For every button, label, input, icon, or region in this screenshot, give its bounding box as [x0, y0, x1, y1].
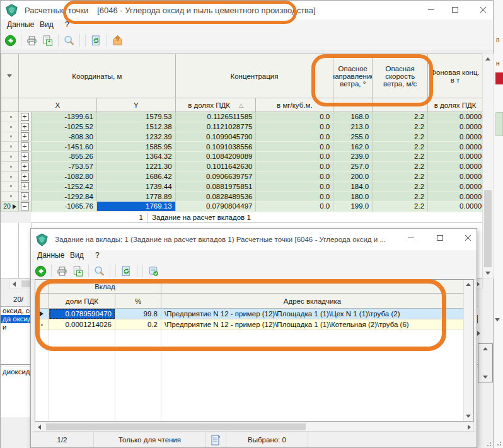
sub-vertical-scrollbar[interactable] [463, 280, 473, 421]
expand-cell[interactable] [19, 162, 32, 172]
expand-icon[interactable] [21, 142, 29, 151]
contribution-row[interactable]: 0.00012140260.2\Предприятие N 12 - приме… [35, 319, 464, 330]
main-vscroll-thumb[interactable] [484, 190, 492, 267]
background-scroll-down-icon[interactable] [495, 318, 500, 321]
sub-horizontal-scrollbar[interactable] [35, 422, 474, 432]
print-icon[interactable] [54, 263, 70, 279]
expand-cell[interactable] [19, 142, 32, 152]
background-resize-grip[interactable] [494, 439, 502, 446]
menu-data[interactable]: Данные [7, 20, 34, 29]
cell-y[interactable]: 1232.39 [97, 132, 176, 142]
cell-y[interactable]: 1512.38 [97, 122, 176, 132]
expand-cell[interactable] [19, 192, 32, 202]
export-icon[interactable] [70, 263, 86, 279]
cell-y[interactable]: 1579.53 [97, 112, 176, 122]
calc-point-row[interactable]: -1025.521512.380.11210287750.0213.02.20.… [1, 122, 483, 132]
close-button[interactable] [458, 230, 477, 245]
header-pdk-fraction[interactable]: доли ПДК [49, 294, 115, 309]
pane-scroll-right-icon[interactable] [477, 331, 480, 336]
export-icon[interactable] [40, 33, 55, 48]
expand-cell[interactable] [19, 112, 32, 122]
sub-hscroll-thumb[interactable] [46, 423, 306, 430]
header-wind-speed[interactable]: Опасная скорость ветра, м/с [373, 54, 428, 98]
header-concentration[interactable]: Концентрация [176, 54, 334, 98]
minimize-button[interactable] [422, 2, 441, 17]
calc-point-row[interactable]: -855.261364.320.10842090890.0239.02.20.0… [1, 152, 483, 162]
header-x[interactable]: X [19, 98, 97, 112]
expand-icon[interactable] [21, 182, 29, 190]
main-titlebar[interactable]: Расчетные точки [6046 - Углерода оксид и… [1, 1, 493, 20]
expand-icon[interactable] [21, 152, 29, 161]
expand-cell[interactable] [19, 182, 32, 192]
calc-point-row[interactable]: -1252.421739.440.08819758510.0184.02.20.… [1, 182, 483, 192]
expand-cell[interactable] [19, 172, 32, 182]
back-icon[interactable] [33, 263, 49, 279]
back-icon[interactable] [3, 33, 18, 48]
header-bg-pdk-fraction[interactable]: в долях ПДК [428, 98, 483, 112]
scroll-left-icon[interactable] [13, 282, 16, 287]
scroll-up-icon[interactable] [485, 57, 490, 60]
main-resize-grip[interactable] [484, 439, 492, 447]
header-pdk-fraction[interactable]: в долях ПДК△ [176, 98, 257, 112]
calc-point-row[interactable]: -1292.841778.890.08284895360.0180.02.20.… [1, 192, 483, 202]
contribution-row[interactable]: 0.078959047099.8\Предприятие N 12 - прим… [35, 309, 464, 319]
sub-titlebar[interactable]: Задание на вклады: 1 (Задание на расчет … [31, 229, 477, 251]
menu-help[interactable]: ? [65, 20, 69, 29]
expand-cell[interactable] [19, 132, 32, 142]
expand-icon[interactable] [21, 113, 29, 121]
menu-view[interactable]: Вид [70, 251, 84, 260]
expand-icon[interactable] [21, 132, 29, 141]
detail-row[interactable]: 1 Задание на расчет вкладов 1 [31, 212, 483, 223]
expand-cell[interactable] [19, 152, 32, 162]
scroll-down-icon[interactable] [466, 415, 471, 418]
table-corner-cell[interactable] [1, 54, 19, 98]
scroll-down-icon[interactable] [485, 272, 490, 275]
upload-icon[interactable] [110, 33, 125, 48]
pane-scroll-down-icon[interactable] [483, 376, 488, 379]
scroll-left-icon[interactable] [38, 425, 41, 430]
cell-y[interactable]: 1769.13 [97, 202, 176, 212]
header-contribution[interactable]: Вклад [49, 280, 161, 294]
maximize-button[interactable] [431, 230, 449, 245]
cell-pdk-fraction[interactable]: 0.0001214026 [49, 319, 115, 330]
cell-y[interactable]: 1364.32 [97, 152, 176, 162]
cell-y[interactable]: 1739.44 [97, 182, 176, 192]
cell-y[interactable]: 1585.95 [97, 142, 176, 152]
cell-y[interactable]: 1686.42 [97, 172, 176, 182]
header-background-conc[interactable]: Фоновая конц. в т [428, 54, 483, 98]
minimize-button[interactable] [402, 230, 420, 245]
pane-scroll-up-icon[interactable] [483, 347, 488, 350]
expand-icon[interactable] [21, 192, 29, 200]
expand-icon[interactable] [21, 163, 29, 171]
close-button[interactable] [473, 2, 492, 17]
header-address[interactable]: Адрес вкладчика [161, 294, 464, 309]
expand-icon[interactable] [21, 173, 29, 181]
calc-point-row[interactable]: -1451.601585.950.10910385560.0162.02.20.… [1, 142, 483, 152]
header-wind-direction[interactable]: Опасное направление ветра, ° [333, 54, 373, 98]
header-coordinates[interactable]: Координаты, м [19, 54, 176, 98]
header-y[interactable]: Y [97, 98, 176, 112]
header-percent[interactable]: % [115, 294, 161, 309]
collapse-icon[interactable] [21, 202, 29, 210]
menu-help[interactable]: ? [95, 251, 100, 260]
select-check-icon[interactable] [146, 263, 161, 279]
pane-vertical-scrollbar[interactable] [478, 343, 493, 382]
expand-cell[interactable] [19, 202, 32, 212]
calc-point-row[interactable]: -808.301232.390.10990457900.0255.02.20.0… [1, 132, 483, 142]
search-icon[interactable] [61, 33, 77, 48]
scroll-up-icon[interactable] [466, 283, 471, 286]
cell-y[interactable]: 1778.89 [97, 192, 176, 202]
refresh-icon[interactable] [119, 263, 134, 279]
menu-data[interactable]: Данные [37, 251, 64, 260]
cell-y[interactable]: 1221.30 [97, 162, 176, 172]
cell-pdk-fraction[interactable]: 0.0789590470 [49, 309, 115, 319]
calc-point-row[interactable]: -1399.611579.530.11265115850.0168.02.20.… [1, 112, 483, 122]
calc-point-row[interactable]: 20-1065.761769.130.07908044970.0199.02.2… [1, 202, 483, 212]
menu-view[interactable]: Вид [40, 20, 54, 29]
calc-point-row[interactable]: -1082.801686.420.09066397570.0200.02.20.… [1, 172, 483, 182]
main-vertical-scrollbar[interactable] [482, 54, 494, 279]
expand-icon[interactable] [21, 123, 29, 131]
expand-cell[interactable] [19, 122, 32, 132]
calc-point-row[interactable]: -753.571221.300.10116426300.0257.02.20.0… [1, 162, 483, 172]
refresh-icon[interactable] [88, 33, 104, 48]
